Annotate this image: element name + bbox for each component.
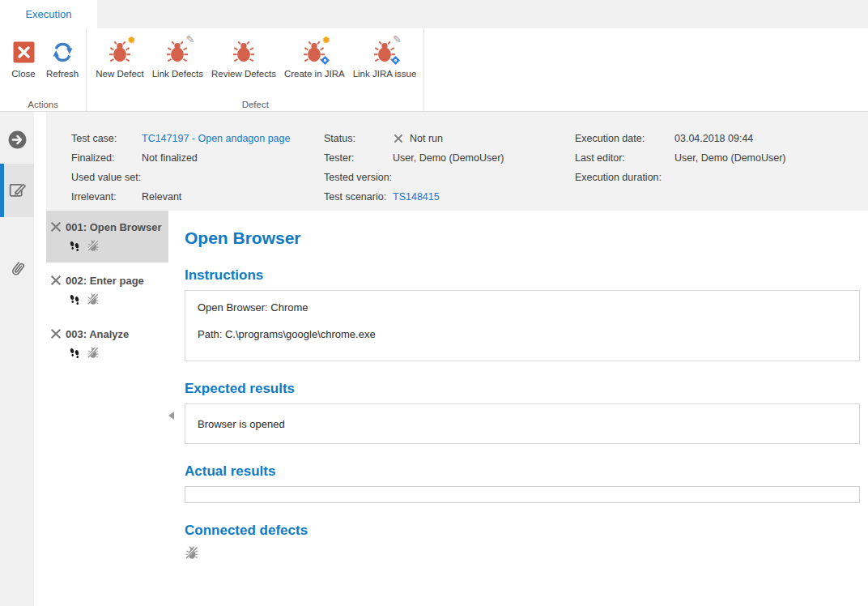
expected-results-text: Browser is opened bbox=[198, 418, 285, 430]
no-defects-icon bbox=[185, 545, 199, 560]
link-jira-issue-button[interactable]: ✎ Link JIRA issue bbox=[349, 33, 421, 96]
test-case-link[interactable]: TC147197 - Open andagon page bbox=[142, 133, 290, 144]
ribbon-group-label-defect: Defect bbox=[87, 100, 423, 109]
tab-bar: Execution bbox=[0, 0, 868, 28]
refresh-button[interactable]: Refresh bbox=[42, 33, 83, 96]
close-button-label: Close bbox=[11, 68, 35, 79]
close-icon bbox=[10, 38, 37, 66]
sidebar-item-edit-execution[interactable] bbox=[0, 164, 34, 217]
close-button[interactable]: Close bbox=[5, 33, 42, 96]
info-row-test-case: Test case: TC147197 - Open andagon page bbox=[71, 129, 324, 148]
new-defect-button[interactable]: ✹ New Defect bbox=[91, 33, 147, 96]
info-row-test-scenario: Test scenario: TS148415 bbox=[324, 187, 575, 207]
field-value: User, Demo (DemoUser) bbox=[674, 152, 786, 164]
refresh-icon bbox=[49, 38, 76, 66]
info-row-execution-date: Execution date: 03.04.2018 09:44 bbox=[575, 129, 866, 148]
field-label: Finalized: bbox=[71, 152, 142, 164]
splitter-collapse-arrow[interactable] bbox=[168, 412, 174, 420]
not-run-status-icon bbox=[393, 133, 404, 144]
ribbon-group-label-actions: Actions bbox=[0, 100, 86, 109]
left-icon-strip bbox=[0, 112, 34, 606]
no-defects-icon bbox=[87, 239, 100, 252]
paperclip-icon bbox=[6, 258, 28, 283]
instructions-heading: Instructions bbox=[185, 267, 868, 284]
ribbon-group-defect: ✹ New Defect ✎ Link Defects Review Defec… bbox=[87, 28, 424, 111]
create-in-jira-icon: ✹ bbox=[300, 38, 328, 66]
info-row-execution-duration: Execution duration: bbox=[575, 168, 866, 187]
sidebar-item-attachments[interactable] bbox=[0, 248, 34, 293]
expected-results-heading: Expected results bbox=[185, 381, 868, 397]
field-label: Test case: bbox=[71, 133, 142, 144]
test-scenario-link[interactable]: TS148415 bbox=[393, 191, 440, 203]
ribbon-toolbar: Close Refresh Actions ✹ New Defect bbox=[0, 28, 868, 112]
pencil-badge-icon: ✎ bbox=[393, 34, 402, 45]
test-case-info-panel: Test case: TC147197 - Open andagon page … bbox=[46, 112, 868, 211]
tab-execution[interactable]: Execution bbox=[0, 0, 97, 28]
info-row-finalized: Finalized: Not finalized bbox=[71, 148, 324, 168]
actual-results-heading: Actual results bbox=[185, 463, 868, 480]
field-label: Execution date: bbox=[575, 133, 674, 144]
jira-diamond-icon bbox=[390, 55, 401, 67]
info-row-status: Status: Not run bbox=[324, 129, 575, 148]
refresh-button-label: Refresh bbox=[46, 68, 79, 79]
field-value: Relevant bbox=[142, 191, 181, 203]
field-label: Tested version: bbox=[324, 172, 393, 183]
footprints-icon bbox=[68, 346, 81, 359]
step-label: 001: Open Browser bbox=[66, 221, 162, 233]
field-value: 03.04.2018 09:44 bbox=[674, 133, 753, 144]
review-defects-icon bbox=[230, 38, 257, 66]
link-defects-button[interactable]: ✎ Link Defects bbox=[148, 33, 207, 96]
connected-defects-heading: Connected defects bbox=[185, 523, 868, 539]
edit-icon bbox=[6, 178, 28, 203]
step-detail-pane: Open Browser Instructions Open Browser: … bbox=[176, 211, 868, 606]
field-label: Tester: bbox=[324, 152, 393, 164]
not-run-status-icon bbox=[49, 220, 62, 233]
info-row-tester: Tester: User, Demo (DemoUser) bbox=[324, 148, 575, 168]
field-label: Test scenario: bbox=[324, 191, 393, 203]
link-defects-icon: ✎ bbox=[164, 38, 191, 66]
sidebar-item-navigate[interactable] bbox=[0, 118, 34, 164]
step-label: 003: Analyze bbox=[66, 328, 129, 340]
actual-results-input[interactable] bbox=[185, 486, 860, 503]
arrow-circle-icon bbox=[6, 129, 28, 153]
info-row-last-editor: Last editor: User, Demo (DemoUser) bbox=[575, 148, 866, 168]
jira-diamond-icon bbox=[320, 55, 330, 67]
field-label: Last editor: bbox=[575, 152, 674, 164]
link-jira-issue-icon: ✎ bbox=[371, 38, 398, 66]
step-item-001[interactable]: 001: Open Browser bbox=[46, 211, 168, 262]
instruction-line: Open Browser: Chrome bbox=[198, 301, 847, 314]
not-run-status-icon bbox=[49, 327, 62, 340]
no-defects-icon bbox=[87, 346, 100, 359]
field-label: Used value set: bbox=[71, 172, 142, 183]
ribbon-group-actions: Close Refresh Actions bbox=[0, 28, 87, 111]
field-value: Not finalized bbox=[142, 152, 198, 164]
footprints-icon bbox=[68, 239, 81, 252]
instruction-line: Path: C.\programs\google\chrome.exe bbox=[198, 328, 847, 340]
step-item-003[interactable]: 003: Analyze bbox=[46, 318, 168, 369]
create-in-jira-button[interactable]: ✹ Create in JIRA bbox=[280, 33, 349, 96]
new-defect-icon: ✹ bbox=[106, 38, 134, 66]
info-row-irrelevant: Irrelevant: Relevant bbox=[71, 187, 324, 207]
info-row-used-value-set: Used value set: bbox=[71, 168, 324, 187]
field-value: User, Demo (DemoUser) bbox=[393, 152, 504, 164]
review-defects-button[interactable]: Review Defects bbox=[207, 33, 280, 96]
field-label: Execution duration: bbox=[575, 172, 674, 183]
page-title: Open Browser bbox=[185, 228, 868, 248]
star-badge-icon: ✹ bbox=[127, 35, 136, 45]
not-run-status-icon bbox=[49, 274, 62, 287]
info-row-tested-version: Tested version: bbox=[324, 168, 575, 187]
field-label: Irrelevant: bbox=[71, 191, 142, 203]
step-item-002[interactable]: 002: Enter page bbox=[46, 264, 168, 316]
status-text: Not run bbox=[410, 133, 443, 144]
test-step-list: 001: Open Browser bbox=[46, 211, 168, 606]
expected-results-box: Browser is opened bbox=[185, 403, 860, 444]
pencil-badge-icon: ✎ bbox=[185, 34, 194, 45]
no-defects-icon bbox=[87, 292, 100, 305]
step-label: 002: Enter page bbox=[66, 275, 144, 287]
star-badge-icon: ✹ bbox=[321, 35, 330, 45]
footprints-icon bbox=[68, 292, 81, 305]
instructions-box: Open Browser: Chrome Path: C.\programs\g… bbox=[185, 290, 860, 361]
field-label: Status: bbox=[324, 133, 393, 144]
